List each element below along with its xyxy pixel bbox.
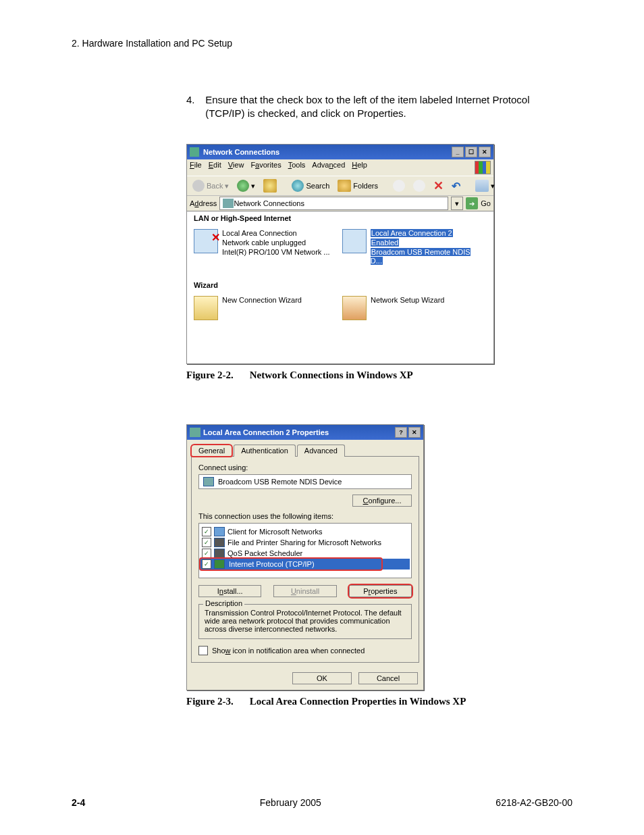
page-footer: 2-4 February 2005 6218-A2-GB20-00 (72, 797, 572, 808)
checkbox-icon[interactable]: ✓ (202, 538, 211, 547)
address-bar: Address Network Connections ▾ ➔ Go (187, 196, 493, 211)
tab-authentication[interactable]: Authentication (234, 445, 296, 457)
lan1-name: Local Area Connection (222, 229, 330, 238)
description-group: Description Transmission Control Protoco… (198, 604, 412, 639)
window-titlebar[interactable]: Network Connections _ ☐ ✕ (187, 145, 493, 159)
wizard-icon (342, 296, 367, 320)
minimize-button[interactable]: _ (452, 147, 464, 157)
step-number: 4. (186, 93, 203, 107)
lan-connection-1[interactable]: ✕ Local Area Connection Network cable un… (194, 229, 336, 266)
address-icon (223, 199, 234, 208)
checkbox-icon[interactable]: ✓ (202, 527, 211, 536)
close-button[interactable]: ✕ (479, 147, 491, 157)
lan2-name: Local Area Connection 2 (371, 229, 453, 237)
delete-icon[interactable]: ✕ (431, 177, 446, 195)
lan1-status: Network cable unplugged (222, 238, 330, 248)
lan1-device: Intel(R) PRO/100 VM Network ... (222, 248, 330, 257)
adapter-field[interactable]: Broadcom USB Remote NDIS Device (198, 474, 412, 489)
address-dropdown[interactable]: ▾ (451, 197, 463, 210)
copy-icon[interactable] (410, 178, 428, 193)
views-button[interactable]: ▾ (473, 178, 498, 193)
windows-flag-icon (475, 161, 491, 174)
step-4: 4. Ensure that the check box to the left… (186, 93, 572, 120)
checkbox-icon[interactable] (198, 646, 208, 655)
window-icon (190, 428, 200, 437)
disconnected-x-icon: ✕ (211, 231, 220, 244)
address-value: Network Connections (234, 199, 304, 207)
menu-edit[interactable]: Edit (209, 161, 221, 174)
description-text-2: wide area network protocol that provides… (205, 617, 406, 625)
figure-2-3-caption: Figure 2-3. Local Area Connection Proper… (186, 696, 572, 707)
lan2-device: Broadcom USB Remote NDIS D... (371, 248, 471, 265)
chapter-header: 2. Hardware Installation and PC Setup (72, 38, 572, 49)
menu-favorites[interactable]: Favorites (250, 161, 281, 174)
menu-tools[interactable]: Tools (288, 161, 306, 174)
up-button[interactable] (261, 178, 279, 194)
wiz2-label: Network Setup Wizard (371, 296, 444, 305)
item-tcpip[interactable]: ✓ Internet Protocol (TCP/IP) (200, 559, 410, 570)
search-button[interactable]: Search (289, 178, 332, 193)
item-qos[interactable]: ✓ QoS Packet Scheduler (200, 548, 410, 559)
figure-2-2-caption: Figure 2-2. Network Connections in Windo… (186, 370, 572, 381)
install-button[interactable]: Install... (198, 585, 261, 597)
checkbox-icon[interactable]: ✓ (202, 559, 211, 569)
adapter-icon (203, 477, 214, 486)
wizard-icon (194, 296, 218, 320)
tab-panel: Connect using: Broadcom USB Remote NDIS … (191, 456, 419, 663)
menu-help[interactable]: Help (352, 161, 367, 174)
wiz1-label: New Connection Wizard (222, 296, 302, 305)
item-fileprint[interactable]: ✓ File and Printer Sharing for Microsoft… (200, 537, 410, 548)
network-icon (342, 229, 367, 253)
address-label: Address (190, 199, 217, 207)
service-icon (214, 549, 225, 558)
network-setup-wizard[interactable]: Network Setup Wizard (342, 296, 484, 320)
go-button[interactable]: ➔ (466, 197, 478, 209)
page-number: 2-4 (72, 797, 85, 808)
show-icon-row[interactable]: Show icon in notification area when conn… (198, 646, 412, 655)
lan2-status: Enabled (371, 238, 399, 247)
move-icon[interactable] (390, 178, 408, 193)
adapter-name: Broadcom USB Remote NDIS Device (218, 478, 342, 486)
network-connections-window: Network Connections _ ☐ ✕ FFileile Edit … (186, 144, 494, 364)
folders-button[interactable]: Folders (335, 178, 381, 193)
window-titlebar[interactable]: Local Area Connection 2 Properties ? ✕ (187, 425, 423, 440)
highlight-ring (348, 584, 413, 599)
uninstall-button: Uninstall (273, 585, 336, 597)
properties-button[interactable]: Properties (349, 585, 412, 597)
go-label: Go (481, 199, 491, 207)
menubar: FFileile Edit View Favorites Tools Advan… (187, 159, 493, 176)
show-icon-label: Show icon in notification area when conn… (212, 647, 365, 655)
window-icon (190, 147, 199, 157)
ok-button[interactable]: OK (292, 672, 352, 684)
lan-connection-2[interactable]: Local Area Connection 2 Enabled Broadcom… (342, 229, 484, 266)
step-text-line2: (TCP/IP) is checked, and click on Proper… (205, 107, 406, 119)
undo-icon[interactable]: ↶ (449, 178, 463, 194)
back-button[interactable]: Back ▾ (190, 178, 232, 193)
item-client[interactable]: ✓ Client for Microsoft Networks (200, 526, 410, 537)
lac-properties-window: Local Area Connection 2 Properties ? ✕ G… (186, 424, 424, 690)
connect-using-label: Connect using: (198, 463, 412, 472)
step-text-line1: Ensure that the check box to the left of… (205, 94, 529, 105)
help-button[interactable]: ? (395, 427, 407, 438)
new-connection-wizard[interactable]: New Connection Wizard (194, 296, 336, 320)
maximize-button[interactable]: ☐ (465, 147, 477, 157)
items-listbox[interactable]: ✓ Client for Microsoft Networks ✓ File a… (198, 523, 412, 578)
menu-advanced[interactable]: Advanced (312, 161, 345, 174)
client-icon (214, 527, 225, 536)
toolbar: Back ▾ ▾ Search Folders ✕ ↶ ▾ (187, 176, 493, 196)
cancel-button[interactable]: Cancel (358, 672, 418, 684)
description-label: Description (203, 599, 244, 607)
items-label: This connection uses the following items… (198, 512, 412, 520)
network-icon: ✕ (194, 229, 218, 253)
checkbox-icon[interactable]: ✓ (202, 549, 211, 558)
forward-button[interactable]: ▾ (234, 178, 258, 193)
close-button[interactable]: ✕ (408, 427, 421, 438)
menu-file[interactable]: FFileile (190, 161, 202, 174)
menu-view[interactable]: View (228, 161, 244, 174)
protocol-icon (214, 559, 225, 569)
group-lan-header: LAN or High-Speed Internet (187, 211, 493, 225)
address-input[interactable]: Network Connections (219, 197, 448, 210)
tab-advanced[interactable]: Advanced (297, 445, 345, 457)
configure-button[interactable]: Configure... (352, 495, 412, 507)
tab-general[interactable]: General (191, 445, 232, 457)
